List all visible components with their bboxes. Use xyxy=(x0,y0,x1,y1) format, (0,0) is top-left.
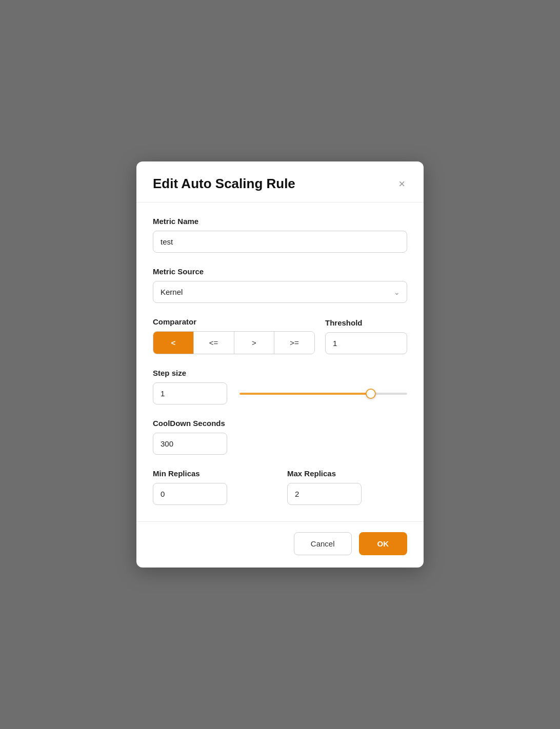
metric-source-select-wrapper: Kernel Custom Application ⌄ xyxy=(153,281,407,303)
comparator-threshold-row: Comparator < <= > >= Threshold xyxy=(153,317,407,354)
max-replicas-input[interactable] xyxy=(287,483,362,505)
edit-auto-scaling-modal: Edit Auto Scaling Rule × Metric Name Met… xyxy=(136,161,424,568)
step-size-label: Step size xyxy=(153,369,407,377)
comparator-button-group: < <= > >= xyxy=(153,331,315,354)
comparator-lt-button[interactable]: < xyxy=(153,332,194,354)
metric-name-field: Metric Name xyxy=(153,217,407,253)
max-replicas-section: Max Replicas xyxy=(287,469,407,505)
metric-source-select[interactable]: Kernel Custom Application xyxy=(153,281,407,303)
modal-header: Edit Auto Scaling Rule × xyxy=(136,161,424,202)
replicas-row: Min Replicas Max Replicas xyxy=(153,469,407,505)
threshold-input[interactable] xyxy=(325,332,407,354)
modal-footer: Cancel OK xyxy=(136,521,424,568)
comparator-label: Comparator xyxy=(153,317,315,326)
comparator-section: Comparator < <= > >= xyxy=(153,317,315,354)
metric-source-label: Metric Source xyxy=(153,267,407,276)
cooldown-seconds-field: CoolDown Seconds xyxy=(153,419,407,455)
max-replicas-label: Max Replicas xyxy=(287,469,407,478)
threshold-section: Threshold xyxy=(325,318,407,354)
min-replicas-label: Min Replicas xyxy=(153,469,273,478)
cooldown-seconds-input[interactable] xyxy=(153,433,227,455)
metric-source-field: Metric Source Kernel Custom Application … xyxy=(153,267,407,303)
step-size-slider-wrap xyxy=(239,393,407,395)
step-size-slider[interactable] xyxy=(239,393,407,395)
metric-name-input[interactable] xyxy=(153,231,407,253)
step-size-input-wrap xyxy=(153,382,227,404)
close-button[interactable]: × xyxy=(396,176,407,192)
comparator-gt-button[interactable]: > xyxy=(234,332,275,354)
cooldown-seconds-label: CoolDown Seconds xyxy=(153,419,407,428)
comparator-gte-button[interactable]: >= xyxy=(274,332,314,354)
cancel-button[interactable]: Cancel xyxy=(294,532,352,555)
step-size-field: Step size xyxy=(153,369,407,404)
step-size-row xyxy=(153,382,407,404)
comparator-lte-button[interactable]: <= xyxy=(194,332,234,354)
modal-body: Metric Name Metric Source Kernel Custom … xyxy=(136,202,424,521)
min-replicas-input[interactable] xyxy=(153,483,227,505)
step-size-input[interactable] xyxy=(153,382,227,404)
modal-backdrop: Edit Auto Scaling Rule × Metric Name Met… xyxy=(0,0,560,729)
metric-name-label: Metric Name xyxy=(153,217,407,226)
min-replicas-section: Min Replicas xyxy=(153,469,273,505)
modal-title: Edit Auto Scaling Rule xyxy=(153,176,295,192)
ok-button[interactable]: OK xyxy=(359,532,408,555)
threshold-label: Threshold xyxy=(325,318,407,327)
